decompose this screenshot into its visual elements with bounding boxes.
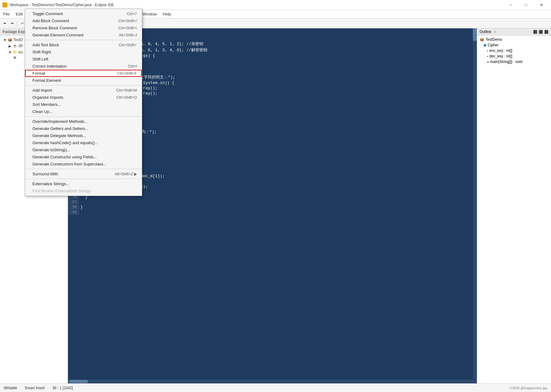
enc-key-icon: ▪: [487, 49, 488, 52]
menu-organize-imports[interactable]: Organize Imports Ctrl+Shift+O: [25, 94, 142, 101]
h-scrollbar-thumb[interactable]: [69, 380, 88, 383]
status-writable: Writable: [4, 386, 17, 390]
menu-find-broken-strings: Find Broken Externalized Strings: [25, 187, 142, 194]
outline-toolbar-icon-3[interactable]: ⬛: [544, 30, 549, 34]
menu-generate-delegate[interactable]: Generate Delegate Methods...: [25, 132, 142, 139]
menu-window[interactable]: Window: [139, 10, 160, 18]
menu-generate-element-comment[interactable]: Generate Element Comment Alt+Shift+J: [25, 31, 142, 39]
code-line-37: 39: [68, 210, 473, 215]
outline-item-enc-key[interactable]: ▪ enc_key : int[]: [477, 48, 551, 53]
menu-add-block-comment[interactable]: Add Block Comment Ctrl+Shift+/: [25, 17, 142, 24]
menu-generate-constructor-fields[interactable]: Generate Constructor using Fields...: [25, 153, 142, 161]
outline-item-main[interactable]: ● main(String[]) : void: [477, 59, 551, 65]
dec-key-icon: ▪: [487, 55, 488, 58]
separator-1: [25, 40, 142, 40]
outline-header: Outline ✕ ⬛ ⬛ ⬛: [477, 28, 551, 35]
outline-item-testdemo[interactable]: 📦 TestDemo: [477, 37, 551, 42]
menu-add-text-block[interactable]: Add Text Block Ctrl+Shift+': [25, 41, 142, 48]
menu-shift-right[interactable]: Shift Right: [25, 48, 142, 56]
jr-icon: ☕: [12, 44, 17, 48]
maximize-button[interactable]: □: [519, 0, 533, 10]
outline-panel: Outline ✕ ⬛ ⬛ ⬛ 📦 TestDemo ◉ Cipher ▪ en…: [477, 28, 551, 383]
separator-3: [25, 116, 142, 117]
menu-file[interactable]: File: [0, 10, 13, 18]
menu-generate-constructors-superclass[interactable]: Generate Constructors from Superclass...: [25, 161, 142, 168]
outline-tree: 📦 TestDemo ◉ Cipher ▪ enc_key : int[] ▪ …: [477, 35, 551, 383]
close-button[interactable]: ✕: [534, 0, 549, 10]
menu-format-element[interactable]: Format Element: [25, 77, 142, 84]
cipher-icon: ◉: [483, 43, 486, 47]
status-bar: Writable Smart Insert 39 : 1 [1042] CSDN…: [0, 383, 551, 392]
main-icon: ●: [487, 60, 489, 64]
status-position: 39 : 1 [1042]: [52, 386, 73, 390]
toolbar-btn-2[interactable]: ➡: [9, 20, 15, 27]
menu-format[interactable]: Format Ctrl+Shift+F: [25, 70, 142, 77]
menu-generate-getters-setters[interactable]: Generate Getters and Setters...: [25, 125, 142, 132]
outline-toolbar-icon-2[interactable]: ⬛: [539, 30, 543, 34]
window-controls: ─ □ ✕: [503, 0, 549, 10]
menu-clean-up[interactable]: Clean Up...: [25, 108, 142, 115]
outline-item-dec-key[interactable]: ▪ dec_key : int[]: [477, 53, 551, 59]
code-line-35: 37: [68, 200, 473, 205]
menu-remove-block-comment[interactable]: Remove Block Comment Ctrl+Shift+\: [25, 24, 142, 31]
src-icon: 📁: [12, 50, 17, 55]
toolbar-separator-1: [17, 21, 17, 26]
outline-close-icon[interactable]: ✕: [494, 30, 496, 34]
separator-5: [25, 179, 142, 179]
menu-override-implement[interactable]: Override/Implement Methods...: [25, 118, 142, 125]
menu-surround-with[interactable]: Surround With Alt+Shift+Z ▶: [25, 170, 142, 177]
separator-4: [25, 169, 142, 169]
status-watermark: CSDN @Cappuccino-jay: [510, 386, 547, 390]
toolbar-btn-1[interactable]: ⬅: [1, 20, 8, 27]
outline-item-cipher[interactable]: ◉ Cipher: [477, 42, 551, 48]
package-icon: 📦: [7, 37, 12, 42]
vertical-scrollbar[interactable]: [473, 28, 477, 379]
menu-generate-tostring[interactable]: Generate toString()...: [25, 146, 142, 153]
outline-label: Outline: [480, 30, 491, 34]
minimize-button[interactable]: ─: [503, 0, 518, 10]
code-line-36: 38}: [68, 205, 473, 210]
scrollbar-thumb[interactable]: [473, 28, 477, 41]
window-title: Workspace - TestDemo/src/TestDemo/Cipher…: [10, 3, 503, 7]
menu-help[interactable]: Help: [160, 10, 174, 18]
outline-toolbar-icon-1[interactable]: ⬛: [533, 30, 537, 34]
menu-toggle-comment[interactable]: Toggle Comment Ctrl+7: [25, 10, 142, 17]
menu-correct-indentation[interactable]: Correct Indentation Ctrl+I: [25, 63, 142, 70]
menu-shift-left[interactable]: Shift Left: [25, 56, 142, 63]
horizontal-scrollbar[interactable]: [68, 379, 477, 383]
testdemo-icon: 📦: [480, 37, 484, 42]
menu-edit[interactable]: Edit: [13, 10, 26, 18]
menu-sort-members[interactable]: Sort Members...: [25, 101, 142, 108]
status-insert-mode: Smart Insert: [25, 386, 45, 390]
app-icon: [2, 2, 7, 7]
menu-add-import[interactable]: Add Import Ctrl+Shift+M: [25, 87, 142, 94]
source-dropdown-menu: Toggle Comment Ctrl+7 Add Block Comment …: [25, 9, 142, 196]
separator-2: [25, 85, 142, 85]
menu-generate-hashcode[interactable]: Generate hashCode() and equals()...: [25, 139, 142, 146]
menu-externalize-strings[interactable]: Externalize Strings...: [25, 180, 142, 187]
